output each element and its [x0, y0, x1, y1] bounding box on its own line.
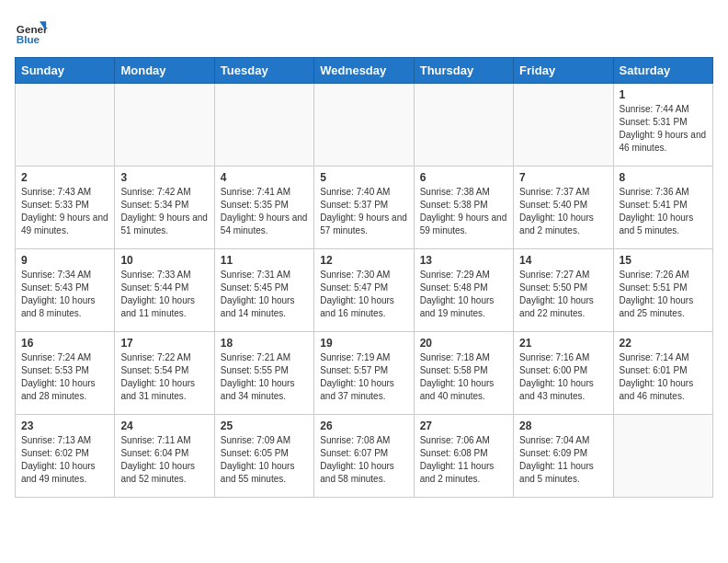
calendar-table: SundayMondayTuesdayWednesdayThursdayFrid…: [15, 57, 713, 498]
weekday-header-monday: Monday: [115, 58, 214, 84]
day-number: 24: [120, 419, 208, 432]
calendar-day-cell: 14Sunrise: 7:27 AM Sunset: 5:50 PM Dayli…: [514, 249, 613, 332]
day-info: Sunrise: 7:21 AM Sunset: 5:55 PM Dayligh…: [221, 351, 308, 403]
weekday-header-friday: Friday: [514, 58, 613, 84]
calendar-day-cell: 8Sunrise: 7:36 AM Sunset: 5:41 PM Daylig…: [613, 167, 712, 249]
day-number: 23: [21, 419, 108, 432]
day-info: Sunrise: 7:16 AM Sunset: 6:00 PM Dayligh…: [519, 351, 607, 403]
day-info: Sunrise: 7:34 AM Sunset: 5:43 PM Dayligh…: [21, 269, 108, 320]
calendar-day-cell: [613, 415, 712, 498]
day-info: Sunrise: 7:13 AM Sunset: 6:02 PM Dayligh…: [21, 434, 108, 486]
calendar-day-cell: 6Sunrise: 7:38 AM Sunset: 5:38 PM Daylig…: [414, 167, 513, 249]
calendar-day-cell: [214, 84, 313, 167]
calendar-day-cell: 1Sunrise: 7:44 AM Sunset: 5:31 PM Daylig…: [613, 84, 712, 167]
day-info: Sunrise: 7:14 AM Sunset: 6:01 PM Dayligh…: [620, 351, 707, 403]
calendar-day-cell: [414, 84, 513, 167]
logo-icon: General Blue: [15, 15, 48, 48]
day-number: 15: [620, 254, 707, 267]
calendar-day-cell: 4Sunrise: 7:41 AM Sunset: 5:35 PM Daylig…: [214, 167, 313, 249]
day-info: Sunrise: 7:11 AM Sunset: 6:04 PM Dayligh…: [120, 434, 208, 486]
day-info: Sunrise: 7:36 AM Sunset: 5:41 PM Dayligh…: [620, 186, 707, 237]
calendar-day-cell: 7Sunrise: 7:37 AM Sunset: 5:40 PM Daylig…: [514, 167, 613, 249]
calendar-day-cell: 21Sunrise: 7:16 AM Sunset: 6:00 PM Dayli…: [514, 332, 613, 415]
calendar-day-cell: 2Sunrise: 7:43 AM Sunset: 5:33 PM Daylig…: [16, 167, 115, 249]
calendar-week-row: 1Sunrise: 7:44 AM Sunset: 5:31 PM Daylig…: [16, 84, 713, 167]
calendar-day-cell: 18Sunrise: 7:21 AM Sunset: 5:55 PM Dayli…: [214, 332, 313, 415]
day-info: Sunrise: 7:19 AM Sunset: 5:57 PM Dayligh…: [320, 351, 407, 403]
day-number: 2: [21, 171, 108, 184]
day-info: Sunrise: 7:04 AM Sunset: 6:09 PM Dayligh…: [519, 434, 607, 486]
svg-text:Blue: Blue: [17, 33, 40, 45]
day-info: Sunrise: 7:06 AM Sunset: 6:08 PM Dayligh…: [420, 434, 507, 486]
day-number: 22: [620, 337, 707, 350]
day-number: 17: [120, 337, 208, 350]
day-info: Sunrise: 7:40 AM Sunset: 5:37 PM Dayligh…: [320, 186, 407, 237]
day-number: 18: [221, 337, 308, 350]
day-info: Sunrise: 7:27 AM Sunset: 5:50 PM Dayligh…: [519, 269, 607, 320]
weekday-header-saturday: Saturday: [613, 58, 712, 84]
day-number: 4: [221, 171, 308, 184]
day-number: 14: [519, 254, 607, 267]
day-number: 19: [320, 337, 407, 350]
calendar-day-cell: 25Sunrise: 7:09 AM Sunset: 6:05 PM Dayli…: [214, 415, 313, 498]
day-number: 20: [420, 337, 507, 350]
calendar-day-cell: [314, 84, 414, 167]
calendar-day-cell: 11Sunrise: 7:31 AM Sunset: 5:45 PM Dayli…: [214, 249, 313, 332]
day-info: Sunrise: 7:29 AM Sunset: 5:48 PM Dayligh…: [420, 269, 507, 320]
day-number: 28: [519, 419, 607, 432]
logo: General Blue: [15, 15, 48, 48]
calendar-day-cell: 22Sunrise: 7:14 AM Sunset: 6:01 PM Dayli…: [613, 332, 712, 415]
day-info: Sunrise: 7:44 AM Sunset: 5:31 PM Dayligh…: [620, 103, 707, 155]
calendar-day-cell: 13Sunrise: 7:29 AM Sunset: 5:48 PM Dayli…: [414, 249, 513, 332]
calendar-day-cell: 23Sunrise: 7:13 AM Sunset: 6:02 PM Dayli…: [16, 415, 115, 498]
day-number: 11: [221, 254, 308, 267]
day-number: 27: [420, 419, 507, 432]
day-info: Sunrise: 7:22 AM Sunset: 5:54 PM Dayligh…: [120, 351, 208, 403]
weekday-header-wednesday: Wednesday: [314, 58, 414, 84]
calendar-day-cell: 5Sunrise: 7:40 AM Sunset: 5:37 PM Daylig…: [314, 167, 414, 249]
calendar-day-cell: 15Sunrise: 7:26 AM Sunset: 5:51 PM Dayli…: [613, 249, 712, 332]
calendar-day-cell: 17Sunrise: 7:22 AM Sunset: 5:54 PM Dayli…: [115, 332, 214, 415]
calendar-day-cell: 16Sunrise: 7:24 AM Sunset: 5:53 PM Dayli…: [16, 332, 115, 415]
calendar-day-cell: 26Sunrise: 7:08 AM Sunset: 6:07 PM Dayli…: [314, 415, 414, 498]
day-number: 16: [21, 337, 108, 350]
calendar-day-cell: 27Sunrise: 7:06 AM Sunset: 6:08 PM Dayli…: [414, 415, 513, 498]
day-number: 3: [120, 171, 208, 184]
day-number: 8: [620, 171, 707, 184]
day-number: 7: [519, 171, 607, 184]
day-number: 12: [320, 254, 407, 267]
day-info: Sunrise: 7:41 AM Sunset: 5:35 PM Dayligh…: [221, 186, 308, 237]
day-number: 6: [420, 171, 507, 184]
calendar-day-cell: 19Sunrise: 7:19 AM Sunset: 5:57 PM Dayli…: [314, 332, 414, 415]
calendar-day-cell: [115, 84, 214, 167]
calendar-day-cell: 3Sunrise: 7:42 AM Sunset: 5:34 PM Daylig…: [115, 167, 214, 249]
day-info: Sunrise: 7:24 AM Sunset: 5:53 PM Dayligh…: [21, 351, 108, 403]
weekday-header-sunday: Sunday: [16, 58, 115, 84]
calendar-day-cell: 24Sunrise: 7:11 AM Sunset: 6:04 PM Dayli…: [115, 415, 214, 498]
calendar-day-cell: 9Sunrise: 7:34 AM Sunset: 5:43 PM Daylig…: [16, 249, 115, 332]
day-info: Sunrise: 7:18 AM Sunset: 5:58 PM Dayligh…: [420, 351, 507, 403]
calendar-day-cell: [16, 84, 115, 167]
weekday-header-tuesday: Tuesday: [214, 58, 313, 84]
calendar-day-cell: 28Sunrise: 7:04 AM Sunset: 6:09 PM Dayli…: [514, 415, 613, 498]
day-info: Sunrise: 7:42 AM Sunset: 5:34 PM Dayligh…: [120, 186, 208, 237]
day-info: Sunrise: 7:38 AM Sunset: 5:38 PM Dayligh…: [420, 186, 507, 237]
calendar-day-cell: 20Sunrise: 7:18 AM Sunset: 5:58 PM Dayli…: [414, 332, 513, 415]
day-number: 1: [620, 88, 707, 101]
weekday-header-thursday: Thursday: [414, 58, 513, 84]
day-number: 5: [320, 171, 407, 184]
calendar-day-cell: 10Sunrise: 7:33 AM Sunset: 5:44 PM Dayli…: [115, 249, 214, 332]
calendar-week-row: 2Sunrise: 7:43 AM Sunset: 5:33 PM Daylig…: [16, 167, 713, 249]
calendar-week-row: 23Sunrise: 7:13 AM Sunset: 6:02 PM Dayli…: [16, 415, 713, 498]
day-number: 10: [120, 254, 208, 267]
day-number: 25: [221, 419, 308, 432]
calendar-week-row: 16Sunrise: 7:24 AM Sunset: 5:53 PM Dayli…: [16, 332, 713, 415]
day-info: Sunrise: 7:30 AM Sunset: 5:47 PM Dayligh…: [320, 269, 407, 320]
day-info: Sunrise: 7:43 AM Sunset: 5:33 PM Dayligh…: [21, 186, 108, 237]
calendar-week-row: 9Sunrise: 7:34 AM Sunset: 5:43 PM Daylig…: [16, 249, 713, 332]
calendar-day-cell: [514, 84, 613, 167]
day-info: Sunrise: 7:31 AM Sunset: 5:45 PM Dayligh…: [221, 269, 308, 320]
day-number: 9: [21, 254, 108, 267]
weekday-header-row: SundayMondayTuesdayWednesdayThursdayFrid…: [16, 58, 713, 84]
day-number: 13: [420, 254, 507, 267]
